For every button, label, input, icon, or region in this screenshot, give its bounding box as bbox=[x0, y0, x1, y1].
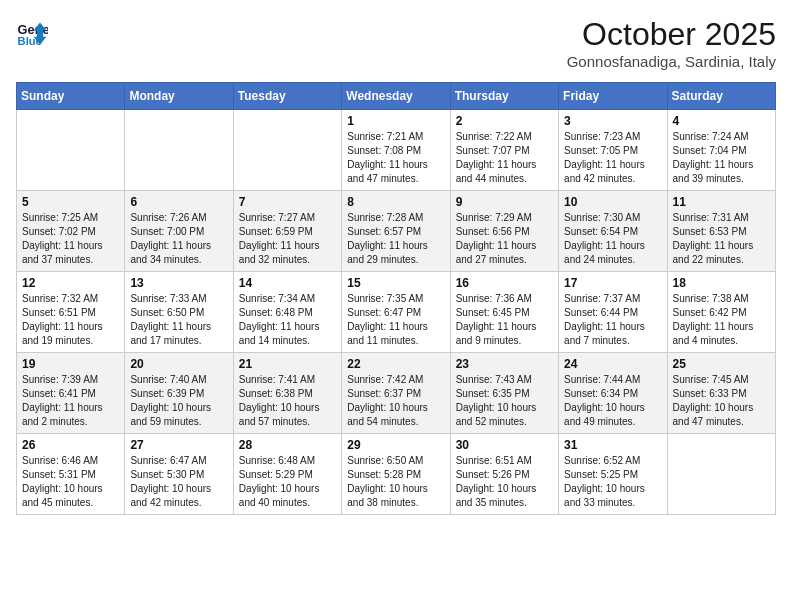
day-cell-11: 11Sunrise: 7:31 AMSunset: 6:53 PMDayligh… bbox=[667, 191, 775, 272]
daylight-text: Daylight: 10 hours and 40 minutes. bbox=[239, 482, 336, 510]
sunrise-text: Sunrise: 7:23 AM bbox=[564, 130, 661, 144]
day-number: 10 bbox=[564, 195, 661, 209]
sunset-text: Sunset: 6:33 PM bbox=[673, 387, 770, 401]
day-cell-18: 18Sunrise: 7:38 AMSunset: 6:42 PMDayligh… bbox=[667, 272, 775, 353]
day-cell-5: 5Sunrise: 7:25 AMSunset: 7:02 PMDaylight… bbox=[17, 191, 125, 272]
sunrise-text: Sunrise: 7:34 AM bbox=[239, 292, 336, 306]
sunset-text: Sunset: 5:31 PM bbox=[22, 468, 119, 482]
daylight-text: Daylight: 11 hours and 19 minutes. bbox=[22, 320, 119, 348]
daylight-text: Daylight: 11 hours and 17 minutes. bbox=[130, 320, 227, 348]
day-number: 12 bbox=[22, 276, 119, 290]
sunrise-text: Sunrise: 7:24 AM bbox=[673, 130, 770, 144]
sunrise-text: Sunrise: 6:50 AM bbox=[347, 454, 444, 468]
day-number: 11 bbox=[673, 195, 770, 209]
month-title: October 2025 bbox=[567, 16, 776, 53]
weekday-header-tuesday: Tuesday bbox=[233, 83, 341, 110]
sunrise-text: Sunrise: 7:36 AM bbox=[456, 292, 553, 306]
day-info: Sunrise: 7:43 AMSunset: 6:35 PMDaylight:… bbox=[456, 373, 553, 429]
week-row-2: 5Sunrise: 7:25 AMSunset: 7:02 PMDaylight… bbox=[17, 191, 776, 272]
day-info: Sunrise: 7:38 AMSunset: 6:42 PMDaylight:… bbox=[673, 292, 770, 348]
day-info: Sunrise: 7:24 AMSunset: 7:04 PMDaylight:… bbox=[673, 130, 770, 186]
sunset-text: Sunset: 6:57 PM bbox=[347, 225, 444, 239]
sunrise-text: Sunrise: 7:45 AM bbox=[673, 373, 770, 387]
day-info: Sunrise: 7:42 AMSunset: 6:37 PMDaylight:… bbox=[347, 373, 444, 429]
sunset-text: Sunset: 6:54 PM bbox=[564, 225, 661, 239]
day-info: Sunrise: 7:27 AMSunset: 6:59 PMDaylight:… bbox=[239, 211, 336, 267]
sunset-text: Sunset: 7:05 PM bbox=[564, 144, 661, 158]
daylight-text: Daylight: 11 hours and 7 minutes. bbox=[564, 320, 661, 348]
sunset-text: Sunset: 5:29 PM bbox=[239, 468, 336, 482]
day-cell-23: 23Sunrise: 7:43 AMSunset: 6:35 PMDayligh… bbox=[450, 353, 558, 434]
day-cell-27: 27Sunrise: 6:47 AMSunset: 5:30 PMDayligh… bbox=[125, 434, 233, 515]
weekday-header-friday: Friday bbox=[559, 83, 667, 110]
day-cell-28: 28Sunrise: 6:48 AMSunset: 5:29 PMDayligh… bbox=[233, 434, 341, 515]
daylight-text: Daylight: 10 hours and 59 minutes. bbox=[130, 401, 227, 429]
day-info: Sunrise: 7:34 AMSunset: 6:48 PMDaylight:… bbox=[239, 292, 336, 348]
daylight-text: Daylight: 10 hours and 38 minutes. bbox=[347, 482, 444, 510]
weekday-header-row: SundayMondayTuesdayWednesdayThursdayFrid… bbox=[17, 83, 776, 110]
sunrise-text: Sunrise: 6:51 AM bbox=[456, 454, 553, 468]
sunset-text: Sunset: 5:30 PM bbox=[130, 468, 227, 482]
daylight-text: Daylight: 10 hours and 35 minutes. bbox=[456, 482, 553, 510]
day-cell-15: 15Sunrise: 7:35 AMSunset: 6:47 PMDayligh… bbox=[342, 272, 450, 353]
sunrise-text: Sunrise: 7:35 AM bbox=[347, 292, 444, 306]
daylight-text: Daylight: 11 hours and 44 minutes. bbox=[456, 158, 553, 186]
sunset-text: Sunset: 6:45 PM bbox=[456, 306, 553, 320]
sunrise-text: Sunrise: 7:41 AM bbox=[239, 373, 336, 387]
day-number: 31 bbox=[564, 438, 661, 452]
daylight-text: Daylight: 11 hours and 32 minutes. bbox=[239, 239, 336, 267]
sunset-text: Sunset: 6:35 PM bbox=[456, 387, 553, 401]
daylight-text: Daylight: 11 hours and 29 minutes. bbox=[347, 239, 444, 267]
day-info: Sunrise: 7:41 AMSunset: 6:38 PMDaylight:… bbox=[239, 373, 336, 429]
sunrise-text: Sunrise: 7:39 AM bbox=[22, 373, 119, 387]
sunset-text: Sunset: 6:47 PM bbox=[347, 306, 444, 320]
day-number: 27 bbox=[130, 438, 227, 452]
daylight-text: Daylight: 10 hours and 49 minutes. bbox=[564, 401, 661, 429]
sunrise-text: Sunrise: 7:38 AM bbox=[673, 292, 770, 306]
sunset-text: Sunset: 6:59 PM bbox=[239, 225, 336, 239]
day-cell-8: 8Sunrise: 7:28 AMSunset: 6:57 PMDaylight… bbox=[342, 191, 450, 272]
day-info: Sunrise: 7:32 AMSunset: 6:51 PMDaylight:… bbox=[22, 292, 119, 348]
day-number: 18 bbox=[673, 276, 770, 290]
sunset-text: Sunset: 5:28 PM bbox=[347, 468, 444, 482]
daylight-text: Daylight: 11 hours and 47 minutes. bbox=[347, 158, 444, 186]
logo-icon: General Blue bbox=[16, 16, 48, 48]
day-number: 28 bbox=[239, 438, 336, 452]
sunset-text: Sunset: 7:07 PM bbox=[456, 144, 553, 158]
empty-cell bbox=[233, 110, 341, 191]
day-info: Sunrise: 7:30 AMSunset: 6:54 PMDaylight:… bbox=[564, 211, 661, 267]
day-info: Sunrise: 7:21 AMSunset: 7:08 PMDaylight:… bbox=[347, 130, 444, 186]
sunrise-text: Sunrise: 7:21 AM bbox=[347, 130, 444, 144]
sunset-text: Sunset: 6:38 PM bbox=[239, 387, 336, 401]
day-info: Sunrise: 7:23 AMSunset: 7:05 PMDaylight:… bbox=[564, 130, 661, 186]
sunset-text: Sunset: 7:02 PM bbox=[22, 225, 119, 239]
sunrise-text: Sunrise: 7:42 AM bbox=[347, 373, 444, 387]
day-info: Sunrise: 7:44 AMSunset: 6:34 PMDaylight:… bbox=[564, 373, 661, 429]
day-cell-6: 6Sunrise: 7:26 AMSunset: 7:00 PMDaylight… bbox=[125, 191, 233, 272]
sunset-text: Sunset: 6:50 PM bbox=[130, 306, 227, 320]
day-number: 1 bbox=[347, 114, 444, 128]
daylight-text: Daylight: 10 hours and 57 minutes. bbox=[239, 401, 336, 429]
day-cell-26: 26Sunrise: 6:46 AMSunset: 5:31 PMDayligh… bbox=[17, 434, 125, 515]
location: Gonnosfanadiga, Sardinia, Italy bbox=[567, 53, 776, 70]
daylight-text: Daylight: 11 hours and 9 minutes. bbox=[456, 320, 553, 348]
day-info: Sunrise: 7:35 AMSunset: 6:47 PMDaylight:… bbox=[347, 292, 444, 348]
day-info: Sunrise: 6:50 AMSunset: 5:28 PMDaylight:… bbox=[347, 454, 444, 510]
day-info: Sunrise: 6:51 AMSunset: 5:26 PMDaylight:… bbox=[456, 454, 553, 510]
day-cell-13: 13Sunrise: 7:33 AMSunset: 6:50 PMDayligh… bbox=[125, 272, 233, 353]
day-cell-12: 12Sunrise: 7:32 AMSunset: 6:51 PMDayligh… bbox=[17, 272, 125, 353]
sunrise-text: Sunrise: 7:33 AM bbox=[130, 292, 227, 306]
day-number: 5 bbox=[22, 195, 119, 209]
day-cell-2: 2Sunrise: 7:22 AMSunset: 7:07 PMDaylight… bbox=[450, 110, 558, 191]
sunrise-text: Sunrise: 7:31 AM bbox=[673, 211, 770, 225]
daylight-text: Daylight: 10 hours and 47 minutes. bbox=[673, 401, 770, 429]
day-number: 6 bbox=[130, 195, 227, 209]
weekday-header-thursday: Thursday bbox=[450, 83, 558, 110]
day-cell-16: 16Sunrise: 7:36 AMSunset: 6:45 PMDayligh… bbox=[450, 272, 558, 353]
week-row-1: 1Sunrise: 7:21 AMSunset: 7:08 PMDaylight… bbox=[17, 110, 776, 191]
sunrise-text: Sunrise: 6:48 AM bbox=[239, 454, 336, 468]
day-number: 19 bbox=[22, 357, 119, 371]
day-info: Sunrise: 7:33 AMSunset: 6:50 PMDaylight:… bbox=[130, 292, 227, 348]
daylight-text: Daylight: 10 hours and 42 minutes. bbox=[130, 482, 227, 510]
daylight-text: Daylight: 11 hours and 42 minutes. bbox=[564, 158, 661, 186]
